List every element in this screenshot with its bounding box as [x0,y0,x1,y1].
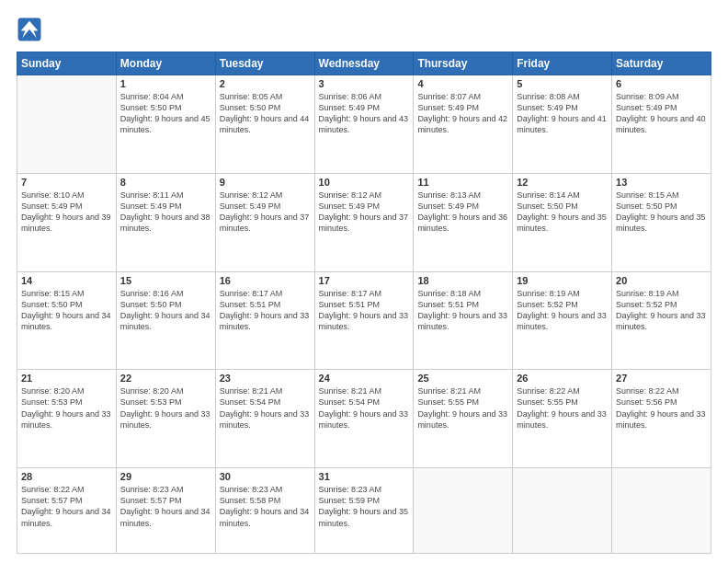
weekday-header-cell: Thursday [414,52,513,75]
cell-info: Sunrise: 8:12 AMSunset: 5:49 PMDaylight:… [319,190,410,235]
cell-info: Sunrise: 8:13 AMSunset: 5:49 PMDaylight:… [417,190,508,235]
day-number: 16 [220,275,311,286]
calendar-cell: 30Sunrise: 8:23 AMSunset: 5:58 PMDayligh… [215,468,314,554]
weekday-header-cell: Sunday [17,52,117,75]
calendar-cell: 11Sunrise: 8:13 AMSunset: 5:49 PMDayligh… [414,173,513,271]
cell-info: Sunrise: 8:23 AMSunset: 5:57 PMDaylight:… [120,484,211,529]
cell-info: Sunrise: 8:20 AMSunset: 5:53 PMDaylight:… [120,385,211,431]
cell-info: Sunrise: 8:15 AMSunset: 5:50 PMDaylight:… [21,288,112,333]
calendar-cell: 24Sunrise: 8:21 AMSunset: 5:54 PMDayligh… [314,370,414,468]
logo-icon [17,17,42,42]
calendar-cell: 22Sunrise: 8:20 AMSunset: 5:53 PMDayligh… [116,370,215,468]
day-number: 6 [616,78,707,89]
cell-info: Sunrise: 8:12 AMSunset: 5:49 PMDaylight:… [220,190,311,235]
cell-info: Sunrise: 8:21 AMSunset: 5:55 PMDaylight:… [417,385,508,431]
calendar-cell: 17Sunrise: 8:17 AMSunset: 5:51 PMDayligh… [314,271,414,370]
day-number: 30 [220,471,311,482]
day-number: 7 [21,177,112,188]
cell-info: Sunrise: 8:06 AMSunset: 5:49 PMDaylight:… [319,91,410,136]
day-number: 1 [120,78,211,89]
cell-info: Sunrise: 8:16 AMSunset: 5:50 PMDaylight:… [120,288,211,333]
weekday-header-row: SundayMondayTuesdayWednesdayThursdayFrid… [17,52,711,75]
day-number: 13 [616,177,707,188]
calendar-cell: 10Sunrise: 8:12 AMSunset: 5:49 PMDayligh… [314,173,414,271]
calendar-cell: 29Sunrise: 8:23 AMSunset: 5:57 PMDayligh… [116,468,215,554]
day-number: 31 [319,471,410,482]
calendar: SundayMondayTuesdayWednesdayThursdayFrid… [17,52,711,554]
day-number: 25 [417,373,508,384]
day-number: 12 [517,177,608,188]
cell-info: Sunrise: 8:21 AMSunset: 5:54 PMDaylight:… [319,385,410,431]
calendar-week-row: 28Sunrise: 8:22 AMSunset: 5:57 PMDayligh… [17,468,711,554]
cell-info: Sunrise: 8:23 AMSunset: 5:58 PMDaylight:… [220,484,311,529]
calendar-cell [414,468,513,554]
calendar-cell: 13Sunrise: 8:15 AMSunset: 5:50 PMDayligh… [612,173,711,271]
day-number: 28 [21,471,112,482]
day-number: 20 [616,275,707,286]
calendar-cell: 27Sunrise: 8:22 AMSunset: 5:56 PMDayligh… [612,370,711,468]
calendar-cell: 26Sunrise: 8:22 AMSunset: 5:55 PMDayligh… [513,370,612,468]
day-number: 21 [21,373,112,384]
cell-info: Sunrise: 8:07 AMSunset: 5:49 PMDaylight:… [417,91,508,136]
day-number: 24 [319,373,410,384]
calendar-cell: 23Sunrise: 8:21 AMSunset: 5:54 PMDayligh… [215,370,314,468]
cell-info: Sunrise: 8:11 AMSunset: 5:49 PMDaylight:… [120,190,211,235]
weekday-header-cell: Monday [116,52,215,75]
day-number: 4 [417,78,508,89]
cell-info: Sunrise: 8:09 AMSunset: 5:49 PMDaylight:… [616,91,707,136]
calendar-cell: 19Sunrise: 8:19 AMSunset: 5:52 PMDayligh… [513,271,612,370]
calendar-cell: 8Sunrise: 8:11 AMSunset: 5:49 PMDaylight… [116,173,215,271]
calendar-cell: 21Sunrise: 8:20 AMSunset: 5:53 PMDayligh… [17,370,117,468]
cell-info: Sunrise: 8:14 AMSunset: 5:50 PMDaylight:… [517,190,608,235]
calendar-week-row: 7Sunrise: 8:10 AMSunset: 5:49 PMDaylight… [17,173,711,271]
cell-info: Sunrise: 8:17 AMSunset: 5:51 PMDaylight:… [319,288,410,333]
calendar-week-row: 14Sunrise: 8:15 AMSunset: 5:50 PMDayligh… [17,271,711,370]
day-number: 27 [616,373,707,384]
weekday-header-cell: Tuesday [215,52,314,75]
cell-info: Sunrise: 8:17 AMSunset: 5:51 PMDaylight:… [220,288,311,333]
logo [17,17,46,42]
cell-info: Sunrise: 8:20 AMSunset: 5:53 PMDaylight:… [21,385,112,431]
page: SundayMondayTuesdayWednesdayThursdayFrid… [0,0,728,563]
calendar-cell [17,75,117,174]
cell-info: Sunrise: 8:10 AMSunset: 5:49 PMDaylight:… [21,190,112,235]
calendar-cell: 2Sunrise: 8:05 AMSunset: 5:50 PMDaylight… [215,75,314,174]
day-number: 11 [417,177,508,188]
day-number: 17 [319,275,410,286]
day-number: 9 [220,177,311,188]
weekday-header-cell: Friday [513,52,612,75]
calendar-cell: 4Sunrise: 8:07 AMSunset: 5:49 PMDaylight… [414,75,513,174]
day-number: 22 [120,373,211,384]
cell-info: Sunrise: 8:05 AMSunset: 5:50 PMDaylight:… [220,91,311,136]
day-number: 5 [517,78,608,89]
weekday-header-cell: Wednesday [314,52,414,75]
cell-info: Sunrise: 8:04 AMSunset: 5:50 PMDaylight:… [120,91,211,136]
day-number: 19 [517,275,608,286]
calendar-cell: 20Sunrise: 8:19 AMSunset: 5:52 PMDayligh… [612,271,711,370]
calendar-cell: 6Sunrise: 8:09 AMSunset: 5:49 PMDaylight… [612,75,711,174]
day-number: 14 [21,275,112,286]
calendar-cell [513,468,612,554]
cell-info: Sunrise: 8:21 AMSunset: 5:54 PMDaylight:… [220,385,311,431]
cell-info: Sunrise: 8:19 AMSunset: 5:52 PMDaylight:… [616,288,707,333]
day-number: 8 [120,177,211,188]
cell-info: Sunrise: 8:22 AMSunset: 5:55 PMDaylight:… [517,385,608,431]
calendar-cell: 7Sunrise: 8:10 AMSunset: 5:49 PMDaylight… [17,173,117,271]
calendar-cell: 1Sunrise: 8:04 AMSunset: 5:50 PMDaylight… [116,75,215,174]
calendar-cell: 15Sunrise: 8:16 AMSunset: 5:50 PMDayligh… [116,271,215,370]
calendar-cell: 16Sunrise: 8:17 AMSunset: 5:51 PMDayligh… [215,271,314,370]
cell-info: Sunrise: 8:19 AMSunset: 5:52 PMDaylight:… [517,288,608,333]
calendar-week-row: 21Sunrise: 8:20 AMSunset: 5:53 PMDayligh… [17,370,711,468]
calendar-cell: 14Sunrise: 8:15 AMSunset: 5:50 PMDayligh… [17,271,117,370]
calendar-cell: 28Sunrise: 8:22 AMSunset: 5:57 PMDayligh… [17,468,117,554]
cell-info: Sunrise: 8:23 AMSunset: 5:59 PMDaylight:… [319,484,410,529]
day-number: 15 [120,275,211,286]
day-number: 23 [220,373,311,384]
cell-info: Sunrise: 8:22 AMSunset: 5:57 PMDaylight:… [21,484,112,529]
cell-info: Sunrise: 8:08 AMSunset: 5:49 PMDaylight:… [517,91,608,136]
cell-info: Sunrise: 8:22 AMSunset: 5:56 PMDaylight:… [616,385,707,431]
day-number: 26 [517,373,608,384]
day-number: 10 [319,177,410,188]
day-number: 18 [417,275,508,286]
calendar-cell [612,468,711,554]
